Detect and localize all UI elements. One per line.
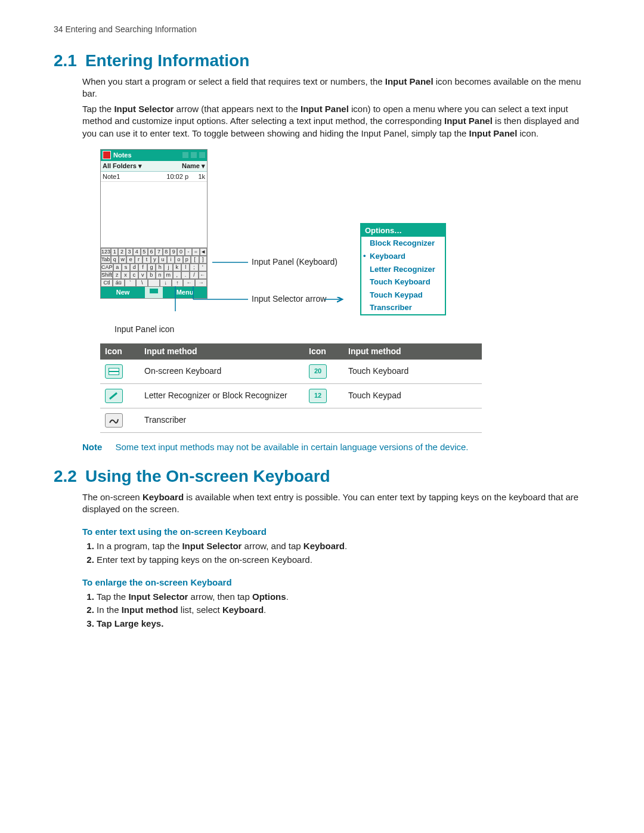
key: - [185, 248, 192, 256]
label-kbd: Input Panel (Keyboard) [252, 257, 338, 267]
steps-enter-text: In a program, tap the Input Selector arr… [82, 540, 590, 566]
key: Shift [101, 271, 113, 279]
label-selector: Input Selector arrow [252, 294, 327, 304]
section-number: 2.1 [54, 51, 77, 70]
key: d [130, 264, 138, 271]
section-2-1-heading: 2.1Entering Information [54, 49, 590, 72]
input-panel-keyboard: 1231234567890-=◄Tabqwertyuiop[]CAPasdfgh… [101, 247, 207, 287]
key: 5 [141, 248, 148, 256]
key: 8 [163, 248, 170, 256]
method-transcriber: Transcriber [140, 408, 304, 432]
method-touch-keypad: Touch Keypad [343, 383, 482, 408]
key: 1 [111, 248, 118, 256]
key: g [147, 264, 156, 271]
start-icon [103, 151, 111, 159]
key: ] [199, 256, 207, 264]
list-item: In a program, tap the Input Selector arr… [97, 540, 590, 552]
key: [ [191, 256, 199, 264]
key: v [138, 271, 147, 279]
key: s [122, 264, 130, 271]
menu-item: Keyboard [361, 250, 445, 263]
label-panel-icon: Input Panel icon [114, 324, 174, 335]
key: p [183, 256, 191, 264]
subhead-enter-text: To enter text using the on-screen Keyboa… [82, 526, 590, 538]
key [148, 279, 160, 287]
key: 0 [177, 248, 184, 256]
list-item: Tap the Input Selector arrow, then tap O… [97, 591, 590, 603]
key: áü [113, 279, 125, 287]
key: ← [183, 279, 195, 287]
key: ← [199, 271, 207, 279]
key: . [181, 271, 190, 279]
transcriber-icon [105, 413, 123, 428]
s22-p1: The on-screen Keyboard is available when… [82, 491, 590, 516]
key: q [111, 256, 119, 264]
note-row: Note Some text input methods may not be … [82, 441, 590, 453]
key: x [121, 271, 129, 279]
app-title: Notes [113, 151, 132, 160]
close-icon [199, 152, 205, 158]
key: , [173, 271, 181, 279]
phone-screenshot: Notes All Folders ▾ Name ▾ Note1 10:02 p… [100, 149, 208, 299]
key: a [113, 264, 122, 271]
menu-item: Block Recognizer [361, 237, 445, 250]
key: 3 [126, 248, 133, 256]
section-2-2-heading: 2.2Using the On-screen Keyboard [54, 465, 590, 488]
menu-item: Transcriber [361, 301, 445, 314]
key: i [167, 256, 175, 264]
key: = [192, 248, 199, 256]
key: 9 [170, 248, 177, 256]
key: e [126, 256, 134, 264]
key: u [159, 256, 166, 264]
list-item: Enter text by tapping keys on the on-scr… [97, 554, 590, 566]
signal-icon [182, 152, 188, 158]
running-header: 34 Entering and Searching Information [54, 24, 590, 35]
section-title: Entering Information [85, 51, 249, 70]
steps-enlarge: Tap the Input Selector arrow, then tap O… [82, 591, 590, 630]
key: f [138, 264, 147, 271]
key: 2 [118, 248, 125, 256]
key: w [119, 256, 126, 264]
method-recognizer: Letter Recognizer or Block Recognizer [140, 383, 304, 408]
key: 6 [148, 248, 155, 256]
key: h [156, 264, 164, 271]
input-panel-icon [145, 287, 163, 298]
key: ◄ [200, 248, 207, 256]
callout-lines: Input Panel (Keyboard) Input Selector ar… [224, 149, 343, 304]
list-item: Tap Large keys. [97, 618, 590, 630]
key: 4 [133, 248, 140, 256]
key: CAP [101, 264, 113, 271]
volume-icon [191, 152, 197, 158]
method-touch-keyboard: Touch Keyboard [343, 360, 482, 384]
note-name: Note1 [103, 172, 157, 181]
menu-item: Letter Recognizer [361, 263, 445, 276]
folder-dropdown: All Folders ▾ [103, 162, 142, 171]
key: o [175, 256, 182, 264]
key: j [164, 264, 172, 271]
key: 7 [155, 248, 162, 256]
svg-rect-6 [109, 368, 119, 371]
key: ; [190, 264, 198, 271]
input-selector-menu: Options… Block RecognizerKeyboardLetter … [360, 223, 446, 315]
key: Ctl [101, 279, 113, 287]
key: ` [125, 279, 137, 287]
note-time: 10:02 p [157, 172, 188, 181]
key: c [130, 271, 138, 279]
key: z [113, 271, 121, 279]
svg-rect-7 [109, 372, 119, 374]
softkey-new: New [101, 287, 145, 298]
s21-p2: Tap the Input Selector arrow (that appea… [82, 103, 590, 140]
key: → [195, 279, 207, 287]
menu-options-header: Options… [361, 224, 445, 237]
input-method-table: Icon Input method Icon Input method On-s… [100, 343, 482, 433]
sort-dropdown: Name ▾ [182, 162, 205, 171]
key: Tab [101, 256, 111, 264]
key: b [147, 271, 155, 279]
key: y [151, 256, 159, 264]
recognizer-icon [105, 389, 123, 403]
key: 123 [101, 248, 111, 256]
menu-item: Touch Keyboard [361, 275, 445, 289]
key: k [173, 264, 181, 271]
key: / [190, 271, 198, 279]
keyboard-icon [105, 364, 123, 379]
